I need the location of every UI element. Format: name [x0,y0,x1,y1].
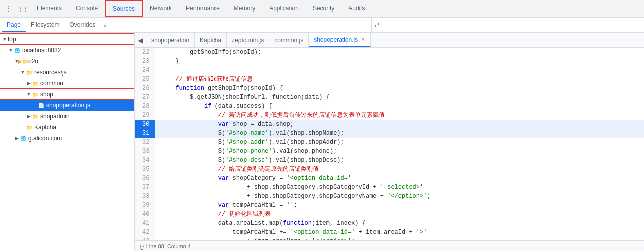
sidebar-label-common: common [40,80,63,87]
table-row: 29 // 若访问成功，则低携后台传过来的店铺信息为表单元素赋值 [135,111,644,120]
tab-elements[interactable]: Elements [30,0,69,17]
tab-sources[interactable]: Sources [105,0,143,17]
table-row: 36 var shopCategory = '<option data-id=' [135,174,644,183]
line-number[interactable]: 32 [135,138,155,147]
code-table: 22 getShopInfo(shopId);23 }2425 // 通过店铺I… [135,48,644,240]
file-tab-common-js[interactable]: common.js [269,33,309,47]
line-number[interactable]: 29 [135,111,155,120]
table-row: 24 [135,66,644,75]
subnav-page[interactable]: Page [2,18,26,32]
sidebar-label-shop: shop [40,91,53,98]
folder-icon-kaptcha: 📁 [26,124,33,131]
inspect-icon[interactable]: ⬚ [16,0,30,18]
line-code: } [155,57,644,66]
arrow-localhost [8,47,14,53]
line-number[interactable]: 28 [135,102,155,111]
line-number[interactable]: 35 [135,165,155,174]
sidebar-label-shopoperation-js: shopoperation.js [46,102,90,109]
line-number[interactable]: 37 [135,183,155,192]
host-icon-alicdn: 🌐 [20,135,27,142]
line-number[interactable]: 27 [135,93,155,102]
line-number[interactable]: 39 [135,201,155,210]
arrow-top [2,36,8,42]
table-row: 35 // 给店铺类别选定原先的店铺类别值 [135,165,644,174]
line-code: $('#shop-name').val(shop.shopName); [155,129,644,138]
line-number[interactable]: 30 [135,120,155,129]
sidebar-item-shopoperation-js[interactable]: 📄 shopoperation.js [0,100,134,111]
subnav-sync-icon[interactable]: ⇄ [372,18,382,32]
sidebar-item-alicdn[interactable]: 🌐 g.alicdn.com [0,133,134,144]
table-row: 23 } [135,57,644,66]
tab-security[interactable]: Security [306,0,341,17]
subnav-filesystem[interactable]: Filesystem [26,18,64,32]
sidebar-item-resources-js[interactable]: 📁 resources/js [0,67,134,78]
line-number[interactable]: 38 [135,192,155,201]
sidebar-label-top: top [8,36,16,43]
line-number[interactable]: 41 [135,219,155,228]
line-code: if (data.success) { [155,102,644,111]
sidebar-item-shopadmin[interactable]: 📁 shopadmin [0,111,134,122]
table-row: 28 if (data.success) { [135,102,644,111]
line-code: $.getJSON(shopInfoUrl, function(data) { [155,93,644,102]
sidebar-item-top[interactable]: top [0,34,134,45]
subnav-more[interactable]: » [100,18,109,32]
devtools-menu-icon[interactable]: ⋮ [2,0,16,18]
sidebar-label-o2o: o2o [28,58,38,65]
line-number[interactable]: 33 [135,147,155,156]
table-row: 41 data.areaList.map(function(item, inde… [135,219,644,228]
line-number[interactable]: 23 [135,57,155,66]
code-area[interactable]: 22 getShopInfo(shopId);23 }2425 // 通过店铺I… [135,48,644,240]
folder-icon-resources-js: 📁 [26,69,33,76]
table-row: 26 function getShopInfo(shopId) { [135,84,644,93]
file-tab-shopoperation-js[interactable]: shopoperation.js ✕ [309,33,371,47]
sub-nav: Page Filesystem Overrides » ⇄ [0,18,644,33]
line-code: + shop.shopCategory.shopCategoryId + ' s… [155,183,644,192]
line-number[interactable]: 31 [135,129,155,138]
sidebar-item-kaptcha[interactable]: 📁 Kaptcha [0,122,134,133]
line-number[interactable]: 43 [135,237,155,240]
sidebar-item-shop[interactable]: 📁 shop [0,89,134,100]
sidebar-label-resources-js: resources/js [34,69,67,76]
line-number[interactable]: 36 [135,174,155,183]
subnav-overrides[interactable]: Overrides [64,18,100,32]
file-icon-shopoperation-js: 📄 [38,102,45,109]
line-number[interactable]: 42 [135,228,155,237]
line-code: getShopInfo(shopId); [155,48,644,57]
arrow-shopadmin [26,113,32,119]
tab-network[interactable]: Network [143,0,179,17]
tab-performance[interactable]: Performance [179,0,227,17]
arrow-shop [26,91,32,97]
line-number[interactable]: 25 [135,75,155,84]
file-tab-close-shopoperation-js[interactable]: ✕ [361,36,365,43]
tab-memory[interactable]: Memory [227,0,262,17]
file-tab-nav-left[interactable]: ◀ [135,33,146,47]
line-code: function getShopInfo(shopId) { [155,84,644,93]
line-number[interactable]: 22 [135,48,155,57]
line-number[interactable]: 34 [135,156,155,165]
folder-icon-shop: 📁 [32,91,39,98]
table-row: 33 $('#shop-phone').val(shop.phone); [135,147,644,156]
tab-audits[interactable]: Audits [341,0,372,17]
arrow-resources-js [20,69,26,75]
line-code: $('#shop-desc').val(shop.shopDesc); [155,156,644,165]
line-code: // 若访问成功，则低携后台传过来的店铺信息为表单元素赋值 [155,111,644,120]
line-number[interactable]: 26 [135,84,155,93]
file-tab-kaptcha[interactable]: Kaptcha [195,33,227,47]
line-code: data.areaList.map(function(item, index) … [155,219,644,228]
tab-application[interactable]: Application [262,0,306,17]
table-row: 38 + shop.shopCategory.shopCategoryName … [135,192,644,201]
sidebar-item-o2o[interactable]: ▶📁 o2o [0,56,134,67]
file-tab-shopoperation[interactable]: shopoperation [146,33,195,47]
folder-icon-common: 📁 [32,80,39,87]
line-number[interactable]: 24 [135,66,155,75]
line-code: var shop = data.shop; [155,120,644,129]
line-code: + item.areaName + '</option>'; [155,237,644,240]
file-tab-zepto[interactable]: zepto.min.js [227,33,269,47]
sidebar-item-common[interactable]: 📁 common [0,78,134,89]
table-row: 43 + item.areaName + '</option>'; [135,237,644,240]
sidebar-label-alicdn: g.alicdn.com [28,135,62,142]
sidebar-item-localhost[interactable]: 🌐 localhost:8082 [0,45,134,56]
tab-console[interactable]: Console [69,0,105,17]
line-number[interactable]: 40 [135,210,155,219]
line-code [155,66,644,75]
